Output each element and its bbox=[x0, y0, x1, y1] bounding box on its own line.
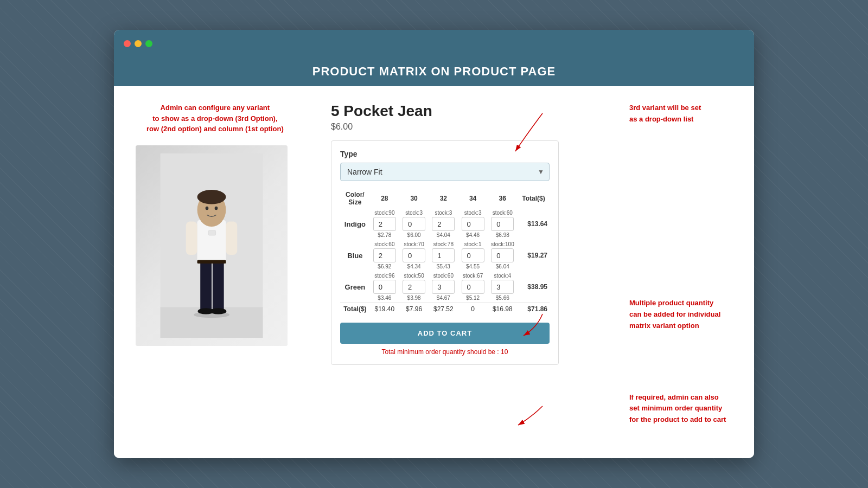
total-col-28: $19.40 bbox=[370, 303, 399, 316]
total-row-label: Total($) bbox=[340, 303, 370, 316]
svg-point-6 bbox=[210, 308, 226, 314]
matrix-table: Color/Size 28 30 32 34 36 Total($) Indig… bbox=[340, 189, 550, 315]
cell-blue-36: stock:100 $6.04 bbox=[488, 240, 518, 271]
qty-green-36[interactable] bbox=[491, 280, 514, 294]
qty-green-28[interactable] bbox=[373, 280, 396, 294]
annotation-mid-right: Multiple product quantity can be added f… bbox=[629, 298, 743, 331]
cell-indigo-30: stock:3 $6.00 bbox=[399, 208, 429, 240]
col-header-32: 32 bbox=[429, 189, 458, 208]
col-header-28: 28 bbox=[370, 189, 399, 208]
qty-blue-28[interactable] bbox=[373, 248, 396, 262]
annotation-top-right: 3rd variant will be set as a drop-down l… bbox=[629, 102, 743, 125]
total-col-30: $7.96 bbox=[399, 303, 429, 316]
left-panel: Admin can configure any variant to show … bbox=[136, 102, 320, 442]
product-image-placeholder bbox=[136, 145, 288, 346]
cell-indigo-28: stock:90 $2.78 bbox=[370, 208, 399, 240]
total-green: $38.95 bbox=[518, 271, 550, 303]
browser-title-bar bbox=[114, 30, 754, 57]
qty-blue-36[interactable] bbox=[491, 248, 514, 262]
qty-blue-34[interactable] bbox=[462, 248, 484, 262]
type-dropdown[interactable]: Narrow Fit Regular Fit Slim Fit bbox=[340, 163, 550, 181]
browser-content: Admin can configure any variant to show … bbox=[114, 86, 754, 458]
cell-indigo-36: stock:60 $6.98 bbox=[488, 208, 518, 240]
svg-rect-3 bbox=[200, 261, 212, 312]
cell-blue-32: stock:78 $5.43 bbox=[429, 240, 458, 271]
cell-green-28: stock:96 $3.46 bbox=[370, 271, 399, 303]
total-blue: $19.27 bbox=[518, 240, 550, 271]
total-col-36: $16.98 bbox=[488, 303, 518, 316]
price-blue-32: $5.43 bbox=[431, 264, 456, 269]
stock-blue-36: stock:100 bbox=[490, 241, 515, 247]
row-label-blue: Blue bbox=[340, 240, 370, 271]
total-col-32: $27.52 bbox=[429, 303, 458, 316]
qty-green-32[interactable] bbox=[432, 280, 455, 294]
col-header-36: 36 bbox=[488, 189, 518, 208]
stock-green-36: stock:4 bbox=[490, 273, 515, 279]
table-row-blue: Blue stock:60 $6.92 stock:70 $4.34 bbox=[340, 240, 550, 271]
min-order-text: Total minimum order quantity should be :… bbox=[340, 348, 550, 356]
cell-green-34: stock:67 $5.12 bbox=[458, 271, 487, 303]
qty-indigo-32[interactable] bbox=[432, 217, 455, 231]
cell-green-36: stock:4 $5.66 bbox=[488, 271, 518, 303]
table-header-row: Color/Size 28 30 32 34 36 Total($) bbox=[340, 189, 550, 208]
add-to-cart-button[interactable]: ADD TO CART bbox=[340, 323, 550, 344]
qty-blue-30[interactable] bbox=[403, 248, 425, 262]
qty-indigo-28[interactable] bbox=[373, 217, 396, 231]
cell-green-32: stock:60 $4.67 bbox=[429, 271, 458, 303]
cell-blue-30: stock:70 $4.34 bbox=[399, 240, 429, 271]
person-figure bbox=[157, 153, 266, 338]
cell-green-30: stock:50 $3.98 bbox=[399, 271, 429, 303]
stock-indigo-34: stock:3 bbox=[460, 210, 485, 216]
price-green-34: $5.12 bbox=[460, 295, 485, 301]
stock-blue-30: stock:70 bbox=[401, 241, 426, 247]
price-indigo-36: $6.98 bbox=[490, 232, 515, 238]
svg-rect-9 bbox=[226, 221, 237, 254]
svg-rect-15 bbox=[197, 260, 226, 264]
qty-indigo-30[interactable] bbox=[403, 217, 425, 231]
svg-point-13 bbox=[215, 206, 218, 210]
svg-rect-4 bbox=[213, 261, 224, 312]
svg-rect-14 bbox=[208, 230, 215, 235]
stock-blue-34: stock:1 bbox=[460, 241, 485, 247]
product-image-wrapper bbox=[136, 145, 288, 346]
stock-indigo-32: stock:3 bbox=[431, 210, 456, 216]
cell-blue-34: stock:1 $4.55 bbox=[458, 240, 487, 271]
price-indigo-30: $6.00 bbox=[401, 232, 426, 238]
type-label: Type bbox=[340, 150, 550, 158]
price-green-36: $5.66 bbox=[490, 295, 515, 301]
total-col-34: 0 bbox=[458, 303, 487, 316]
stock-green-34: stock:67 bbox=[460, 273, 485, 279]
browser-dots bbox=[124, 40, 152, 47]
annotation-left: Admin can configure any variant to show … bbox=[136, 102, 284, 134]
dot-red bbox=[124, 40, 131, 47]
stock-blue-28: stock:60 bbox=[372, 241, 397, 247]
qty-green-30[interactable] bbox=[403, 280, 425, 294]
price-blue-36: $6.04 bbox=[490, 264, 515, 269]
stock-indigo-30: stock:3 bbox=[401, 210, 426, 216]
qty-indigo-34[interactable] bbox=[462, 217, 484, 231]
stock-green-28: stock:96 bbox=[372, 273, 397, 279]
stock-green-30: stock:50 bbox=[401, 273, 426, 279]
row-label-green: Green bbox=[340, 271, 370, 303]
row-label-indigo: Indigo bbox=[340, 208, 370, 240]
qty-green-34[interactable] bbox=[462, 280, 484, 294]
qty-blue-32[interactable] bbox=[432, 248, 455, 262]
table-row-green: Green stock:96 $3.46 stock:50 $3.98 bbox=[340, 271, 550, 303]
price-green-30: $3.98 bbox=[401, 295, 426, 301]
right-area: 5 Pocket Jean $6.00 Type Narrow Fit Regu… bbox=[331, 102, 732, 442]
grand-total: $71.86 bbox=[518, 303, 550, 316]
cell-indigo-34: stock:3 $4.46 bbox=[458, 208, 487, 240]
table-totals-row: Total($) $19.40 $7.96 $27.52 0 $16.98 $7… bbox=[340, 303, 550, 316]
dot-green bbox=[145, 40, 152, 47]
price-green-28: $3.46 bbox=[372, 295, 397, 301]
price-blue-30: $4.34 bbox=[401, 264, 426, 269]
cell-blue-28: stock:60 $6.92 bbox=[370, 240, 399, 271]
price-blue-34: $4.55 bbox=[460, 264, 485, 269]
qty-indigo-36[interactable] bbox=[491, 217, 514, 231]
col-header-total: Total($) bbox=[518, 189, 550, 208]
cell-indigo-32: stock:3 $4.04 bbox=[429, 208, 458, 240]
price-indigo-28: $2.78 bbox=[372, 232, 397, 238]
dropdown-wrapper[interactable]: Narrow Fit Regular Fit Slim Fit ▼ bbox=[340, 163, 550, 181]
matrix-container: Type Narrow Fit Regular Fit Slim Fit ▼ C… bbox=[331, 140, 559, 365]
annotation-bot-right: If required, admin can also set minimum … bbox=[629, 392, 743, 426]
